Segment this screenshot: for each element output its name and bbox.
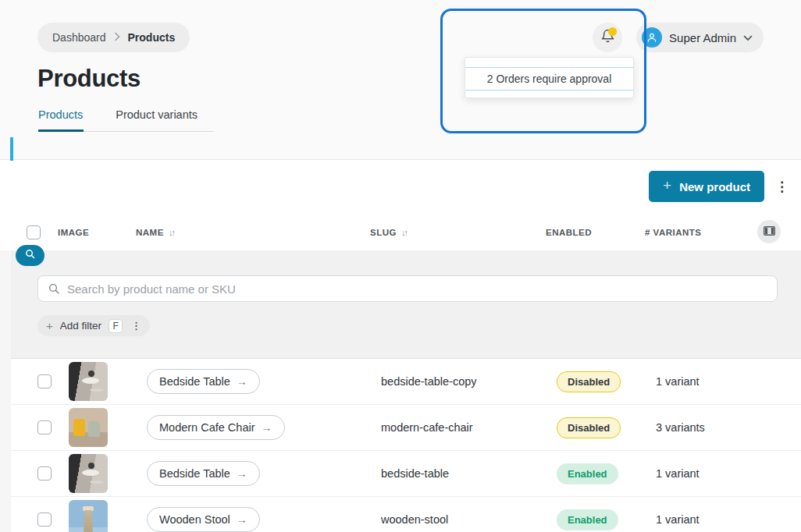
products-admin-page: Dashboard Products Super Admin — [0, 0, 801, 532]
row-checkbox[interactable] — [37, 374, 52, 388]
status-badge: Disabled — [557, 371, 621, 392]
breadcrumb-separator-icon — [114, 32, 120, 44]
notification-popup-text[interactable]: 2 Orders require approval — [487, 73, 612, 85]
product-slug: modern-cafe-chair — [381, 421, 557, 434]
arrow-right-icon: → — [262, 421, 272, 434]
arrow-right-icon: → — [237, 467, 247, 480]
search-icon — [24, 248, 36, 263]
page-header: Dashboard Products Super Admin — [0, 0, 801, 160]
plus-icon: + — [663, 177, 671, 194]
column-header-slug[interactable]: SLUG↓↑ — [370, 228, 546, 237]
tab-product-variants[interactable]: Product variants — [99, 108, 214, 131]
toolbar-kebab-menu[interactable]: ⋮ — [774, 177, 790, 197]
product-name-link[interactable]: Bedside Table→ — [147, 369, 260, 394]
tab-bar: Products Product variants — [38, 108, 214, 132]
breadcrumb-dashboard[interactable]: Dashboard — [52, 31, 106, 44]
product-name-link[interactable]: Modern Cafe Chair→ — [147, 415, 285, 440]
quick-search-button[interactable] — [16, 245, 44, 266]
toolbar-section: + New product ⋮ IMAGE NAME↓↑ SLUG↓↑ ENAB… — [0, 160, 801, 250]
row-checkbox[interactable] — [37, 512, 52, 527]
filter-panel: + Add filter F ⋮ — [11, 250, 801, 359]
column-settings-button[interactable] — [757, 220, 781, 243]
variant-count: 1 variant — [656, 375, 785, 388]
product-table-body: Bedside Table→ bedside-table-copy Disabl… — [11, 359, 801, 532]
arrow-right-icon: → — [237, 513, 247, 526]
table-row[interactable]: Modern Cafe Chair→ modern-cafe-chair Dis… — [11, 405, 801, 451]
product-thumbnail — [69, 500, 108, 532]
product-slug: bedside-table — [381, 467, 557, 480]
add-filter-button[interactable]: + Add filter F ⋮ — [37, 315, 150, 336]
new-product-button[interactable]: + New product — [649, 171, 764, 202]
sort-icon: ↓↑ — [401, 228, 407, 237]
search-input[interactable] — [37, 275, 778, 302]
filter-kebab-menu[interactable]: ⋮ — [130, 320, 141, 332]
product-name-link[interactable]: Wooden Stool→ — [147, 507, 260, 532]
user-menu[interactable]: Super Admin — [636, 23, 764, 52]
page-title: Products — [37, 65, 801, 93]
columns-icon — [764, 225, 775, 239]
status-badge: Enabled — [557, 463, 618, 484]
status-badge: Enabled — [557, 509, 618, 530]
new-product-label: New product — [679, 180, 750, 193]
shortcut-key-badge: F — [109, 319, 123, 333]
product-name-link[interactable]: Bedside Table→ — [147, 461, 260, 486]
avatar — [642, 27, 662, 48]
chevron-down-icon — [743, 30, 753, 44]
arrow-right-icon: → — [237, 375, 247, 388]
notifications-button[interactable] — [593, 23, 622, 52]
column-header-name[interactable]: NAME↓↑ — [136, 228, 370, 237]
left-scroll-indicator — [10, 137, 13, 161]
search-icon — [48, 282, 60, 298]
product-thumbnail — [69, 362, 108, 401]
column-header-image: IMAGE — [58, 228, 136, 237]
sort-icon: ↓↑ — [169, 228, 174, 237]
product-slug: wooden-stool — [381, 513, 557, 526]
product-thumbnail — [69, 408, 108, 447]
table-row[interactable]: Bedside Table→ bedside-table-copy Disabl… — [11, 359, 801, 405]
notification-badge — [608, 27, 617, 36]
product-thumbnail — [69, 454, 108, 493]
add-filter-label: Add filter — [60, 320, 101, 332]
row-checkbox[interactable] — [37, 420, 52, 434]
table-header-row: IMAGE NAME↓↑ SLUG↓↑ ENABLED # VARIANTS — [0, 214, 801, 250]
status-badge: Disabled — [557, 417, 621, 438]
variant-count: 3 variants — [656, 421, 785, 434]
variant-count: 1 variant — [656, 513, 785, 526]
user-name: Super Admin — [669, 31, 736, 44]
breadcrumb-current: Products — [128, 31, 176, 44]
table-row[interactable]: Bedside Table→ bedside-table Enabled 1 v… — [11, 451, 801, 497]
column-header-enabled: ENABLED — [546, 228, 645, 237]
row-checkbox[interactable] — [37, 466, 52, 481]
notification-popup[interactable]: 2 Orders require approval — [465, 57, 634, 98]
table-row[interactable]: Wooden Stool→ wooden-stool Enabled 1 var… — [11, 497, 801, 532]
breadcrumb: Dashboard Products — [37, 23, 190, 52]
tab-products[interactable]: Products — [38, 108, 99, 131]
select-all-checkbox[interactable] — [27, 225, 41, 239]
product-slug: bedside-table-copy — [381, 375, 557, 388]
variant-count: 1 variant — [656, 467, 785, 480]
plus-icon: + — [46, 319, 53, 332]
